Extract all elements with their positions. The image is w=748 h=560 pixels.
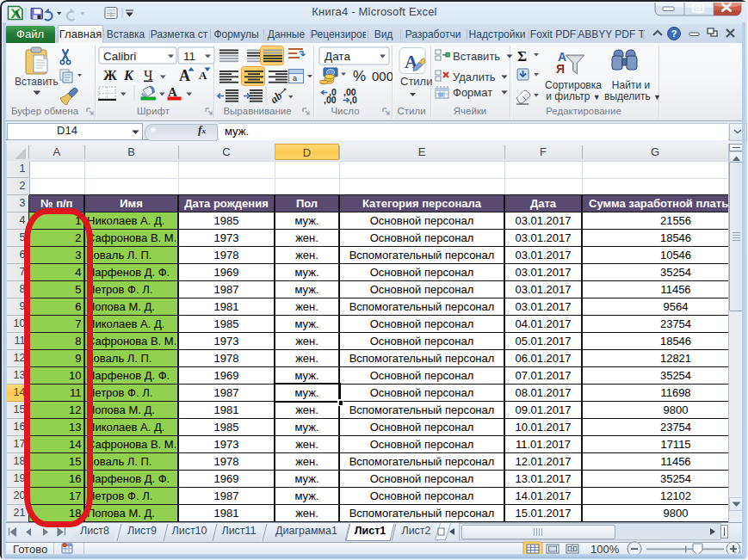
svg-text:Σ: Σ <box>517 48 527 65</box>
svg-text:Я: Я <box>556 62 565 76</box>
